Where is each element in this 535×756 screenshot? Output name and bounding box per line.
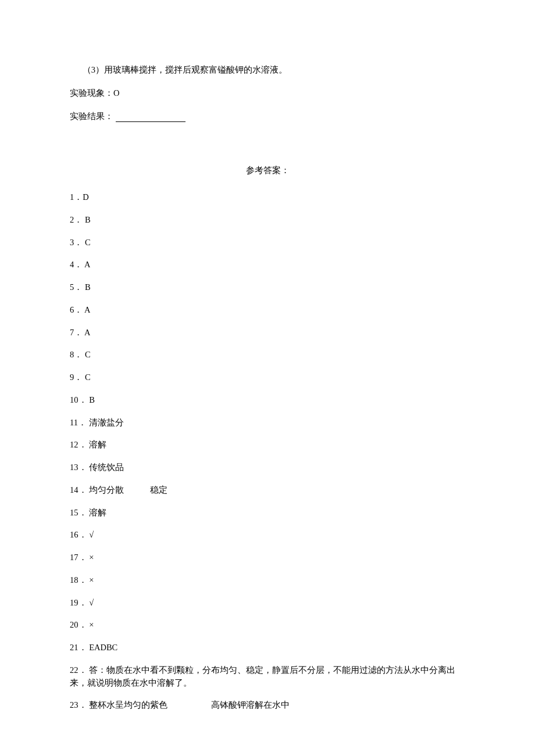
answer-item: 8． C: [70, 349, 465, 361]
answer-text: 答：物质在水中看不到颗粒，分布均匀、稳定，静置后不分层，不能用过滤的方法从水中分…: [70, 665, 455, 687]
answer-text: ×: [87, 553, 94, 562]
answer-item: 20． ×: [70, 619, 465, 632]
answer-num: 3．: [70, 237, 83, 249]
answer-text: 传统饮品: [87, 463, 124, 472]
answer-num: 21．: [70, 642, 87, 654]
answer-text: √: [87, 530, 94, 539]
answer-num: 23．: [70, 699, 87, 712]
question-3-text: （3）用玻璃棒搅拌，搅拌后观察富镒酸钾的水溶液。: [83, 65, 287, 74]
answer-item: 19． √: [70, 597, 465, 610]
answer-item: 3． C: [70, 237, 465, 249]
answer-num: 15．: [70, 507, 87, 519]
answer-text: 整杯水呈均匀的紫色 高钵酸钾溶解在水中: [87, 700, 290, 710]
answer-text: C: [83, 372, 90, 382]
answer-num: 8．: [70, 349, 83, 361]
answer-item: 5． B: [70, 281, 465, 294]
answer-item: 12． 溶解: [70, 439, 465, 452]
answer-title-text: 参考答案：: [246, 166, 290, 175]
answer-item: 11． 清澈盐分: [70, 417, 465, 429]
answer-text: C: [83, 350, 90, 359]
answer-num: 22．: [70, 664, 87, 677]
result-line: 实验结果：: [70, 110, 465, 123]
answer-text: C: [83, 238, 90, 247]
answer-item: 13． 传统饮品: [70, 461, 465, 474]
answer-num: 7．: [70, 327, 83, 339]
answer-item: 1．D: [70, 191, 465, 204]
answer-text: √: [87, 598, 94, 607]
answer-num: 1．: [70, 191, 83, 204]
answer-num: 17．: [70, 551, 87, 564]
answer-text: D: [83, 192, 88, 202]
answer-item-22: 22． 答：物质在水中看不到颗粒，分布均匀、稳定，静置后不分层，不能用过滤的方法…: [70, 664, 465, 690]
answer-text: B: [83, 215, 90, 224]
answer-item: 9． C: [70, 371, 465, 384]
answer-item: 21． EADBC: [70, 642, 465, 654]
phenomenon-label: 实验现象：: [70, 88, 113, 98]
answer-list: 1．D 2． B 3． C 4． A 5． B 6． A 7． A 8． C 9…: [70, 191, 465, 712]
answer-text: 均匀分散 稳定: [87, 485, 168, 495]
answer-num: 11．: [70, 417, 87, 429]
answer-item: 6． A: [70, 304, 465, 317]
answer-item: 15． 溶解: [70, 507, 465, 519]
answer-text: 溶解: [87, 508, 107, 517]
answer-num: 18．: [70, 574, 87, 587]
answer-item: 14． 均匀分散 稳定: [70, 484, 465, 497]
answer-item: 17． ×: [70, 551, 465, 564]
answer-text: B: [83, 282, 90, 292]
answer-item: 10． B: [70, 394, 465, 407]
answer-num: 16．: [70, 529, 87, 542]
answer-text: B: [87, 395, 95, 404]
answer-text: A: [83, 305, 90, 314]
answer-num: 20．: [70, 619, 87, 632]
answer-num: 9．: [70, 371, 83, 384]
answer-num: 6．: [70, 304, 83, 317]
answer-num: 12．: [70, 439, 87, 452]
answer-item: 18． ×: [70, 574, 465, 587]
result-label: 实验结果：: [70, 112, 113, 121]
answer-item-23: 23． 整杯水呈均匀的紫色 高钵酸钾溶解在水中: [70, 699, 465, 712]
answer-text: 溶解: [87, 440, 107, 449]
answer-item: 7． A: [70, 327, 465, 339]
answer-num: 14．: [70, 484, 87, 497]
answer-num: 2．: [70, 214, 83, 227]
result-blank: [116, 113, 186, 122]
question-3: （3）用玻璃棒搅拌，搅拌后观察富镒酸钾的水溶液。: [70, 64, 465, 77]
answer-item: 4． A: [70, 259, 465, 271]
answer-num: 4．: [70, 259, 83, 271]
answer-num: 10．: [70, 394, 87, 407]
answer-item: 2． B: [70, 214, 465, 227]
answer-item: 16． √: [70, 529, 465, 542]
answer-text: 清澈盐分: [87, 418, 124, 427]
answer-num: 5．: [70, 281, 83, 294]
answer-text: A: [83, 260, 90, 269]
answer-key-title: 参考答案：: [70, 164, 465, 177]
answer-num: 19．: [70, 597, 87, 610]
phenomenon-line: 实验现象：O: [70, 87, 465, 100]
phenomenon-value: O: [113, 88, 119, 98]
answer-num: 13．: [70, 461, 87, 474]
answer-text: ×: [87, 620, 94, 629]
answer-text: EADBC: [87, 643, 118, 652]
answer-text: ×: [87, 575, 94, 585]
answer-text: A: [83, 328, 90, 337]
